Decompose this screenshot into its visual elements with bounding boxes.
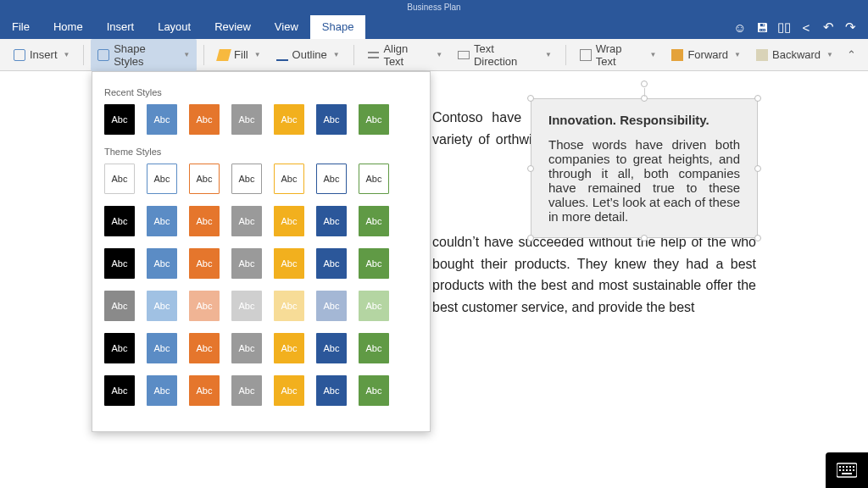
style-swatch[interactable]: Abc bbox=[274, 375, 304, 406]
style-swatch[interactable]: Abc bbox=[316, 206, 347, 236]
style-swatch[interactable]: Abc bbox=[359, 291, 389, 321]
style-swatch[interactable]: Abc bbox=[231, 333, 262, 363]
redo-icon[interactable]: ↷ bbox=[839, 19, 861, 35]
style-swatch[interactable]: Abc bbox=[104, 164, 135, 194]
resize-handle-mr[interactable] bbox=[754, 165, 761, 172]
style-swatch[interactable]: Abc bbox=[189, 104, 220, 135]
smiley-icon[interactable]: ☺ bbox=[729, 20, 751, 35]
undo-icon[interactable]: ↶ bbox=[817, 19, 839, 35]
selected-text-shape[interactable]: Innovation. Responsibility. Those words … bbox=[531, 98, 758, 238]
save-icon[interactable]: 💾︎ bbox=[751, 20, 773, 35]
style-swatch[interactable]: Abc bbox=[316, 248, 347, 279]
style-swatch[interactable]: Abc bbox=[316, 291, 347, 321]
shape-heading[interactable]: Innovation. Responsibility. bbox=[548, 113, 740, 127]
shape-styles-panel: Recent Styles AbcAbcAbcAbcAbcAbcAbc Them… bbox=[92, 71, 431, 432]
style-swatch[interactable]: Abc bbox=[147, 333, 177, 363]
resize-handle-tl[interactable] bbox=[527, 95, 534, 102]
ribbon-outline[interactable]: Outline▼ bbox=[270, 45, 347, 64]
svg-rect-6 bbox=[839, 469, 841, 471]
style-swatch[interactable]: Abc bbox=[316, 333, 347, 363]
paragraph-2[interactable]: couldn’t have succeeded without the help… bbox=[432, 231, 756, 318]
style-swatch[interactable]: Abc bbox=[189, 333, 220, 363]
style-swatch[interactable]: Abc bbox=[274, 164, 304, 194]
menu-home[interactable]: Home bbox=[42, 15, 95, 39]
style-swatch[interactable]: Abc bbox=[359, 333, 389, 363]
menu-layout[interactable]: Layout bbox=[146, 15, 203, 39]
resize-handle-tr[interactable] bbox=[754, 95, 761, 102]
ribbon-fill[interactable]: Fill▼ bbox=[211, 45, 268, 64]
resize-handle-ml[interactable] bbox=[527, 165, 534, 172]
shape-body[interactable]: Those words have driven both companies t… bbox=[548, 137, 740, 224]
style-swatch[interactable]: Abc bbox=[274, 333, 304, 363]
style-swatch[interactable]: Abc bbox=[147, 375, 177, 406]
style-swatch[interactable]: Abc bbox=[104, 248, 135, 279]
style-swatch[interactable]: Abc bbox=[231, 248, 262, 279]
svg-rect-9 bbox=[849, 469, 851, 471]
ribbon-collapse-icon[interactable]: ⌃ bbox=[842, 48, 861, 61]
forward-icon bbox=[671, 49, 683, 61]
ribbon-align-text[interactable]: Align Text▼ bbox=[361, 39, 450, 71]
resize-handle-bm[interactable] bbox=[641, 235, 648, 241]
separator bbox=[353, 45, 354, 65]
style-swatch[interactable]: Abc bbox=[316, 104, 347, 135]
style-swatch[interactable]: Abc bbox=[316, 164, 347, 194]
menu-review[interactable]: Review bbox=[203, 15, 263, 39]
style-swatch[interactable]: Abc bbox=[274, 248, 304, 279]
svg-rect-3 bbox=[846, 466, 848, 468]
theme-styles-row: AbcAbcAbcAbcAbcAbcAbc bbox=[104, 291, 418, 321]
style-swatch[interactable]: Abc bbox=[147, 164, 177, 194]
style-swatch[interactable]: Abc bbox=[231, 206, 262, 236]
ribbon-insert[interactable]: Insert▼ bbox=[7, 45, 76, 64]
resize-handle-br[interactable] bbox=[754, 235, 761, 241]
style-swatch[interactable]: Abc bbox=[189, 375, 220, 406]
share-icon[interactable]: < bbox=[795, 20, 817, 35]
chevron-down-icon: ▼ bbox=[436, 51, 442, 58]
menu-view[interactable]: View bbox=[263, 15, 310, 39]
style-swatch[interactable]: Abc bbox=[189, 248, 220, 279]
ribbon-backward[interactable]: Backward▼ bbox=[749, 45, 840, 64]
style-swatch[interactable]: Abc bbox=[189, 164, 220, 194]
style-swatch[interactable]: Abc bbox=[147, 206, 177, 236]
style-swatch[interactable]: Abc bbox=[189, 291, 220, 321]
ribbon-shape-styles-label: Shape Styles bbox=[114, 42, 177, 68]
ribbon: Insert▼ Shape Styles▼ Fill▼ Outline▼ Ali… bbox=[0, 39, 868, 71]
ribbon-text-direction[interactable]: Text Direction▼ bbox=[451, 39, 559, 71]
keyboard-button[interactable] bbox=[826, 452, 868, 488]
style-swatch[interactable]: Abc bbox=[316, 375, 347, 406]
menu-insert[interactable]: Insert bbox=[95, 15, 147, 39]
style-swatch[interactable]: Abc bbox=[274, 206, 304, 236]
style-swatch[interactable]: Abc bbox=[231, 291, 262, 321]
style-swatch[interactable]: Abc bbox=[359, 164, 389, 194]
style-swatch[interactable]: Abc bbox=[104, 206, 135, 236]
style-swatch[interactable]: Abc bbox=[104, 104, 135, 135]
style-swatch[interactable]: Abc bbox=[231, 375, 262, 406]
menu-file[interactable]: File bbox=[0, 15, 42, 39]
style-swatch[interactable]: Abc bbox=[274, 291, 304, 321]
style-swatch[interactable]: Abc bbox=[359, 375, 389, 406]
ribbon-forward[interactable]: Forward▼ bbox=[665, 45, 748, 64]
recent-styles-row: AbcAbcAbcAbcAbcAbcAbc bbox=[104, 104, 418, 135]
ribbon-shape-styles[interactable]: Shape Styles▼ bbox=[91, 39, 197, 71]
style-swatch[interactable]: Abc bbox=[274, 104, 304, 135]
style-swatch[interactable]: Abc bbox=[359, 206, 389, 236]
read-icon[interactable]: ▯▯ bbox=[773, 19, 795, 35]
rotate-handle[interactable] bbox=[641, 80, 648, 87]
style-swatch[interactable]: Abc bbox=[231, 104, 262, 135]
ribbon-wrap-text[interactable]: Wrap Text▼ bbox=[573, 39, 663, 71]
style-swatch[interactable]: Abc bbox=[104, 375, 135, 406]
style-swatch[interactable]: Abc bbox=[147, 291, 177, 321]
svg-rect-11 bbox=[842, 473, 852, 474]
style-swatch[interactable]: Abc bbox=[104, 333, 135, 363]
wrap-text-icon bbox=[580, 49, 592, 61]
style-swatch[interactable]: Abc bbox=[104, 291, 135, 321]
menu-shape[interactable]: Shape bbox=[310, 15, 366, 39]
style-swatch[interactable]: Abc bbox=[189, 206, 220, 236]
chevron-down-icon: ▼ bbox=[254, 51, 261, 58]
style-swatch[interactable]: Abc bbox=[147, 248, 177, 279]
style-swatch[interactable]: Abc bbox=[147, 104, 177, 135]
fill-icon bbox=[216, 49, 231, 61]
style-swatch[interactable]: Abc bbox=[359, 248, 389, 279]
style-swatch[interactable]: Abc bbox=[231, 164, 262, 194]
style-swatch[interactable]: Abc bbox=[359, 104, 389, 135]
resize-handle-bl[interactable] bbox=[527, 235, 534, 241]
